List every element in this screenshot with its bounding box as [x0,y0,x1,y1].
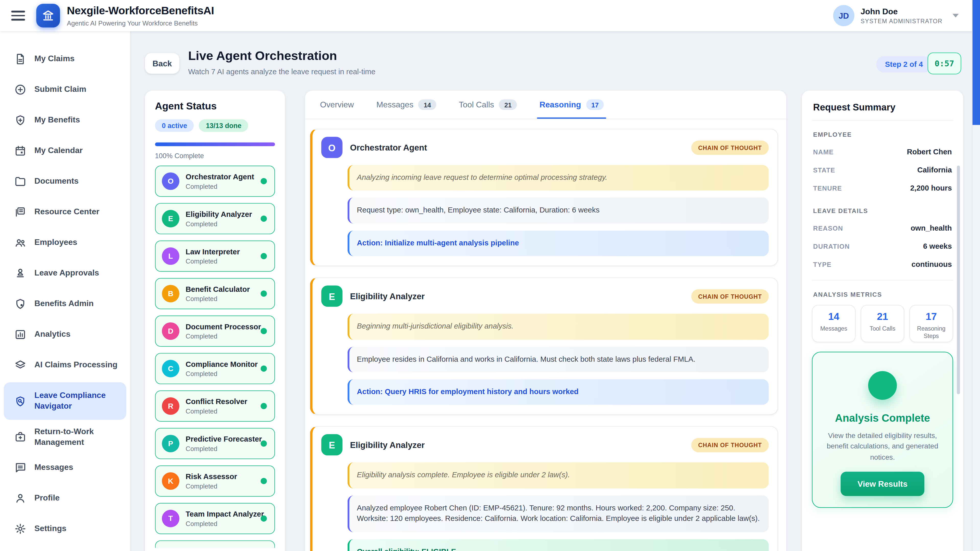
sidebar-item-employees[interactable]: Employees [0,227,130,258]
metric-card-tool-calls: 21Tool Calls [861,305,904,342]
agent-card-compliance-monitor[interactable]: CCompliance MonitorCompleted [155,353,275,384]
summary-row-label: TYPE [813,260,832,268]
summary-row-value: 6 weeks [923,242,952,251]
chevron-down-icon[interactable] [953,14,959,17]
sidebar-item-label: Resource Center [35,207,100,218]
agent-card-law-interpreter[interactable]: LLaw InterpreterCompleted [155,241,275,272]
sidebar-item-documents[interactable]: Documents [0,166,130,197]
metric-card-reasoning-steps: 17Reasoning Steps [909,305,953,342]
metrics-section-label: ANALYSIS METRICS [812,291,953,298]
agent-name: Conflict Resolver [186,397,261,406]
agent-status-label: Completed [186,445,261,452]
reasoning-step-result: Overall eligibility: ELIGIBLE [348,539,769,551]
agent-info: Compliance MonitorCompleted [186,360,261,378]
reasoning-feed[interactable]: OOrchestrator AgentCHAIN OF THOUGHTAnaly… [305,119,786,551]
summary-row-reason: REASONown_health [812,224,953,232]
sidebar-item-settings[interactable]: Settings [0,513,130,544]
sidebar-item-ai-claims-processing[interactable]: AI Claims Processing [0,350,130,380]
agent-card-predictive-forecaster[interactable]: PPredictive ForecasterCompleted [155,428,275,459]
brand-block: Nexgile-WorkforceBenefitsAI Agentic AI P… [67,4,214,27]
sidebar-item-label: AI Claims Processing [35,360,118,370]
sidebar-item-label: My Benefits [35,115,80,125]
sidebar-item-label: Employees [35,238,77,248]
page-scrollbar-thumb[interactable] [973,0,980,125]
status-dot-icon [261,291,267,297]
agent-card-risk-assessor[interactable]: KRisk AssessorCompleted [155,465,275,496]
reasoning-step-observation: Request type: own_health, Employee state… [348,198,769,224]
agent-avatar: O [162,172,180,190]
gear-icon [14,523,26,535]
sidebar-item-my-benefits[interactable]: My Benefits [0,105,130,135]
status-dot-icon [261,515,267,521]
page-subtitle: Watch 7 AI agents analyze the leave requ… [188,67,375,76]
leave-rows: REASONown_healthDURATION6 weeksTYPEconti… [812,224,953,268]
bank-icon [41,9,55,22]
layers-icon [14,359,26,372]
user-icon [14,492,26,505]
agent-name: Risk Assessor [186,472,261,481]
sidebar-item-label: Leave Approvals [35,268,99,279]
sidebar-item-return-to-work-management[interactable]: Return-to-Work Management [0,422,130,452]
panel-scrollbar[interactable] [957,165,960,394]
view-results-button[interactable]: View Results [841,472,924,496]
sidebar-item-my-claims[interactable]: My Claims [0,44,130,74]
sidebar-item-leave-compliance-navigator[interactable]: Leave Compliance Navigator [4,383,126,420]
metric-label: Messages [814,325,854,332]
analysis-metrics: 14Messages21Tool Calls17Reasoning Steps [812,305,953,342]
page-title: Live Agent Orchestration [188,49,337,63]
agent-status-label: Completed [186,295,261,302]
agent-card-team-impact-analyzer[interactable]: TTeam Impact AnalyzerCompleted [155,503,275,534]
agent-avatar: O [321,137,342,158]
agent-avatar: P [162,435,180,452]
sidebar-item-resource-center[interactable]: Resource Center [0,197,130,227]
page-scrollbar[interactable] [972,0,980,551]
reasoning-agent-name: Eligibility Analyzer [350,292,691,301]
agent-info: Predictive ForecasterCompleted [186,435,261,452]
sidebar-item-submit-claim[interactable]: Submit Claim [0,74,130,105]
summary-row-type: TYPEcontinuous [812,260,953,268]
orchestration-panel: OverviewMessages14Tool Calls21Reasoning1… [305,91,786,551]
employee-rows: NAMERobert ChenSTATECaliforniaTENURE2,20… [812,148,953,192]
calendar-icon [14,144,26,157]
summary-row-value: own_health [911,224,952,232]
divider [812,280,953,280]
tab-reasoning[interactable]: Reasoning17 [539,91,604,119]
user-menu[interactable]: JD John Doe SYSTEM ADMINISTRATOR [833,5,959,26]
reasoning-card: EEligibility AnalyzerCHAIN OF THOUGHTBeg… [310,278,778,415]
status-dot-icon [261,328,267,334]
menu-icon[interactable] [11,11,25,21]
sidebar-item-analytics[interactable]: Analytics [0,319,130,350]
plus-circle-icon [14,83,26,96]
sidebar-item-messages[interactable]: Messages [0,452,130,483]
agent-card-conflict-resolver[interactable]: RConflict ResolverCompleted [155,391,275,422]
tab-tool-calls[interactable]: Tool Calls21 [459,91,517,119]
tab-messages[interactable]: Messages14 [376,91,436,119]
agent-name: Compliance Monitor [186,360,261,368]
agent-list: OOrchestrator AgentCompletedEEligibility… [155,165,275,548]
agent-card-orchestrator-agent[interactable]: OOrchestrator AgentCompleted [155,165,275,197]
agent-card-eligibility-analyzer[interactable]: EEligibility AnalyzerCompleted [155,203,275,234]
summary-row-value: 2,200 hours [910,184,952,192]
reasoning-step-action: Action: Initialize multi-agent analysis … [348,230,769,256]
agent-info: Risk AssessorCompleted [186,472,261,490]
status-dot-icon [261,253,267,259]
agent-card-benefit-calculator[interactable]: BBenefit CalculatorCompleted [155,278,275,309]
request-summary-title: Request Summary [812,99,953,121]
reasoning-agent-name: Eligibility Analyzer [350,440,691,450]
summary-row-label: DURATION [813,242,850,250]
back-button[interactable]: Back [145,53,180,74]
summary-row-value: continuous [912,260,952,268]
timer-badge: 0:57 [928,52,961,75]
step-badge: Step 2 of 4 [876,56,932,73]
sidebar-item-my-calendar[interactable]: My Calendar [0,135,130,166]
agent-name: Document Processor [186,322,261,331]
agent-status-title: Agent Status [155,100,275,112]
agent-card-document-processor[interactable]: DDocument ProcessorCompleted [155,316,275,347]
reasoning-step-thought: Beginning multi-jurisdictional eligibili… [348,314,769,340]
summary-row-label: STATE [813,166,835,173]
tab-overview[interactable]: Overview [320,91,354,119]
summary-row-label: REASON [813,224,843,232]
sidebar-item-benefits-admin[interactable]: Benefits Admin [0,289,130,319]
sidebar-item-leave-approvals[interactable]: Leave Approvals [0,258,130,289]
sidebar-item-profile[interactable]: Profile [0,483,130,513]
